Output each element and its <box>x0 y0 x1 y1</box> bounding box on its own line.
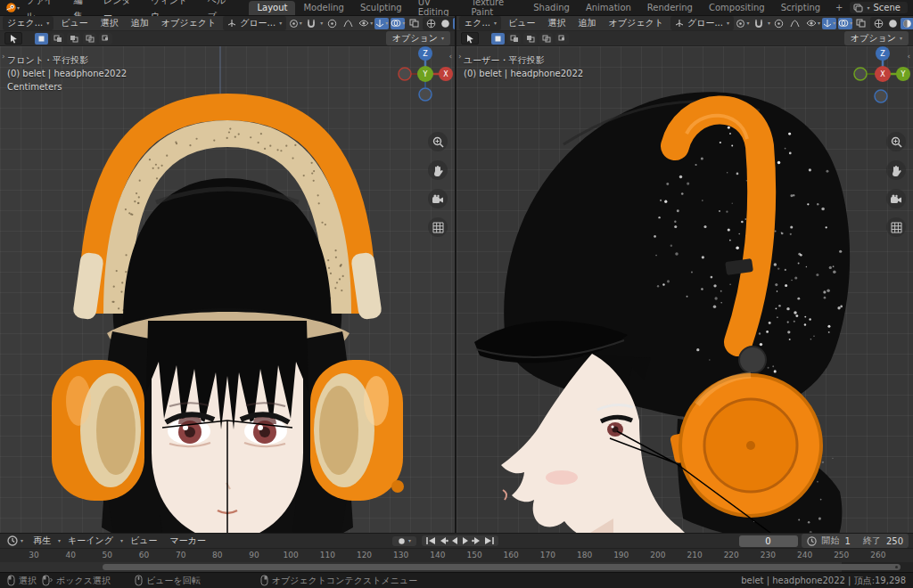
add-menu[interactable]: 追加 <box>126 17 154 29</box>
playback-menu[interactable]: 再生 <box>28 535 56 547</box>
timeline-scrollbar[interactable] <box>103 564 901 570</box>
pivot-point-dropdown[interactable]: ▾ <box>736 18 750 29</box>
scene-stats: belet | headphone2022 | 頂点:19,298 <box>741 575 906 587</box>
tab-shading[interactable]: Shading <box>525 1 578 15</box>
playback-controls: ▾ <box>392 535 498 546</box>
select-mode-subtract-button[interactable] <box>67 33 80 45</box>
transform-orientation-dropdown[interactable]: グロー... ▾ <box>223 16 286 30</box>
viewport-canvas-user[interactable]: › ‹ ユーザー・平行投影 (0) belet | headphone2022 … <box>456 46 913 533</box>
marker-menu[interactable]: マーカー <box>164 535 210 547</box>
select-mode-invert-button[interactable] <box>539 33 553 45</box>
timeline-ruler[interactable]: 3040506070809010011012013014015016017018… <box>0 548 913 562</box>
shading-solid-button[interactable] <box>886 18 900 29</box>
viewport-canvas-front[interactable]: › ‹ フロント・平行投影 (0) belet | headphone2022 … <box>0 46 455 533</box>
shading-material-button[interactable] <box>453 18 455 29</box>
transform-orientation-dropdown[interactable]: グロー... ▾ <box>670 16 734 30</box>
snap-caret-icon[interactable]: ▾ <box>768 20 770 26</box>
proportional-edit-button[interactable] <box>325 18 339 29</box>
camera-view-icon[interactable] <box>886 189 906 208</box>
show-overlays-toggle[interactable]: ▾ <box>391 18 405 29</box>
object-menu[interactable]: オブジェクト <box>604 17 669 29</box>
add-workspace-button[interactable]: + <box>828 3 850 12</box>
play-reverse-button[interactable] <box>450 536 459 545</box>
select-mode-invert-button[interactable] <box>83 33 96 45</box>
tab-sculpting[interactable]: Sculpting <box>352 1 410 15</box>
jump-to-start-button[interactable] <box>425 536 436 545</box>
pivot-caret-icon: ▾ <box>746 20 749 26</box>
object-mode-dropdown[interactable]: ジェク... ▾ <box>3 16 53 30</box>
select-mode-intersect-button[interactable] <box>99 33 112 45</box>
toolbar-expand-arrow[interactable]: › <box>2 52 5 61</box>
select-menu[interactable]: 選択 <box>95 17 124 29</box>
toolbar-expand-arrow[interactable]: › <box>458 52 462 61</box>
add-menu[interactable]: 追加 <box>573 17 602 29</box>
show-overlays-toggle[interactable]: ▾ <box>838 18 852 29</box>
proportional-falloff-button[interactable] <box>341 18 355 29</box>
shading-material-button[interactable] <box>901 18 913 29</box>
orthographic-grid-icon[interactable] <box>886 217 906 237</box>
snap-caret-icon[interactable]: ▾ <box>320 20 323 26</box>
object-visibility-dropdown[interactable]: ▾ <box>358 18 373 29</box>
end-frame-field[interactable]: 250 <box>886 536 903 546</box>
pan-hand-icon[interactable] <box>886 160 906 180</box>
options-dropdown[interactable]: オプション ▾ <box>386 31 450 45</box>
active-tool-icon[interactable] <box>461 32 479 45</box>
prev-keyframe-button[interactable] <box>438 536 448 545</box>
select-mode-set-button[interactable] <box>35 33 48 45</box>
select-mode-subtract-button[interactable] <box>523 33 537 45</box>
show-gizmo-toggle[interactable]: ▾ <box>822 18 836 29</box>
xray-toggle[interactable] <box>407 18 421 29</box>
play-button[interactable] <box>461 536 470 545</box>
pan-hand-icon[interactable] <box>428 160 448 180</box>
tab-layout[interactable]: Layout <box>249 1 295 15</box>
select-menu[interactable]: 選択 <box>543 17 572 29</box>
proportional-edit-button[interactable] <box>772 18 786 29</box>
object-visibility-dropdown[interactable]: ▾ <box>806 18 820 29</box>
editor-type-button[interactable]: ▾ <box>4 535 26 546</box>
tab-compositing[interactable]: Compositing <box>701 1 773 15</box>
view-menu[interactable]: ビュー <box>125 535 162 547</box>
pivot-point-dropdown[interactable]: ▾ <box>288 18 302 29</box>
next-keyframe-button[interactable] <box>472 536 482 545</box>
object-menu[interactable]: オブジェクト <box>156 17 221 29</box>
blender-logo-icon[interactable] <box>5 2 17 13</box>
camera-view-icon[interactable] <box>428 189 448 208</box>
shading-solid-button[interactable] <box>439 18 452 29</box>
snap-magnet-button[interactable] <box>304 18 318 29</box>
navigation-gizmo[interactable]: Z Y X <box>853 46 912 103</box>
jump-to-end-button[interactable] <box>484 536 495 545</box>
object-mode-dropdown[interactable]: ェク... ▾ <box>459 16 501 30</box>
hint-context-menu-label: オブジェクトコンテクストメニュー <box>272 575 418 587</box>
zoom-tool-icon[interactable] <box>428 132 448 151</box>
tab-modeling[interactable]: Modeling <box>295 1 352 15</box>
tab-animation[interactable]: Animation <box>578 1 639 15</box>
view-menu[interactable]: ビュー <box>503 17 540 29</box>
proportional-falloff-button[interactable] <box>788 18 802 29</box>
navigation-gizmo[interactable]: Z X Y <box>396 46 455 103</box>
options-dropdown[interactable]: オプション ▾ <box>844 31 909 45</box>
auto-keying-button[interactable]: ▾ <box>392 536 416 546</box>
select-mode-extend-button[interactable] <box>51 33 64 45</box>
orthographic-grid-icon[interactable] <box>428 217 448 237</box>
keying-menu[interactable]: キーイング <box>62 535 119 547</box>
current-frame-field[interactable]: 0 <box>739 535 798 547</box>
tab-rendering[interactable]: Rendering <box>639 1 701 15</box>
view-menu[interactable]: ビュー <box>55 17 93 29</box>
scene-selector[interactable]: ▾ Scene <box>850 2 908 13</box>
active-tool-icon[interactable] <box>4 32 22 45</box>
ruler-tick: 110 <box>320 551 335 559</box>
select-mode-intersect-button[interactable] <box>555 33 569 45</box>
select-mode-extend-button[interactable] <box>507 33 521 45</box>
select-mode-set-button[interactable] <box>491 33 505 45</box>
start-frame-field[interactable]: 1 <box>845 536 851 546</box>
playback-caret-icon: ▾ <box>58 538 61 543</box>
hint-box-select-label: ボックス選択 <box>56 575 111 587</box>
xray-toggle[interactable] <box>854 18 868 29</box>
ruler-tick: 30 <box>29 551 38 559</box>
shading-wireframe-button[interactable] <box>424 18 438 29</box>
show-gizmo-toggle[interactable]: ▾ <box>374 18 389 29</box>
snap-magnet-button[interactable] <box>752 18 766 29</box>
zoom-tool-icon[interactable] <box>886 132 906 151</box>
shading-wireframe-button[interactable] <box>872 18 885 29</box>
tab-scripting[interactable]: Scripting <box>773 1 828 15</box>
